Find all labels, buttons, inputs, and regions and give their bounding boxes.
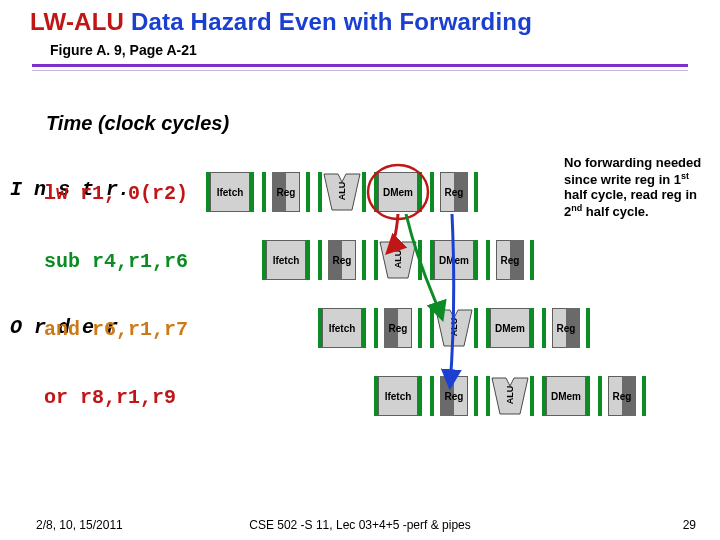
divider xyxy=(32,64,688,70)
instruction-text: or r8,r1,r9 xyxy=(44,386,176,409)
stage-reg-read: Reg xyxy=(318,240,366,280)
forwarding-note: No forwarding needed since write reg in … xyxy=(564,156,714,220)
stage-reg-read: Reg xyxy=(430,376,478,416)
stage-reg-read: Reg xyxy=(374,308,422,348)
stage-dmem: DMem xyxy=(486,308,534,348)
stage-reg-write: Reg xyxy=(598,376,646,416)
stage-reg-write: Reg xyxy=(430,172,478,212)
instruction-text: lw r1, 0(r2) xyxy=(44,182,188,205)
stage-ifetch: Ifetch xyxy=(262,240,310,280)
stage-alu: ALU xyxy=(486,376,534,416)
stage-dmem: DMem xyxy=(542,376,590,416)
stage-dmem: DMem xyxy=(374,172,422,212)
slide: LW-ALU Data Hazard Even with Forwarding … xyxy=(0,0,720,540)
time-header: Time (clock cycles) xyxy=(46,112,229,135)
footer-pagenum: 29 xyxy=(683,518,696,532)
title-prefix: LW-ALU xyxy=(30,8,131,35)
stage-ifetch: Ifetch xyxy=(206,172,254,212)
slide-title: LW-ALU Data Hazard Even with Forwarding xyxy=(30,8,532,36)
stage-ifetch: Ifetch xyxy=(374,376,422,416)
stage-alu: ALU xyxy=(318,172,366,212)
stage-alu: ALU xyxy=(430,308,478,348)
footer-course: CSE 502 -S 11, Lec 03+4+5 -perf & pipes xyxy=(0,518,720,532)
stage-reg-read: Reg xyxy=(262,172,310,212)
stage-alu: ALU xyxy=(374,240,422,280)
stage-dmem: DMem xyxy=(430,240,478,280)
slide-subtitle: Figure A. 9, Page A-21 xyxy=(50,42,197,58)
instruction-text: sub r4,r1,r6 xyxy=(44,250,188,273)
stage-reg-write: Reg xyxy=(542,308,590,348)
title-rest: Data Hazard Even with Forwarding xyxy=(131,8,532,35)
instruction-text: and r6,r1,r7 xyxy=(44,318,188,341)
stage-reg-write: Reg xyxy=(486,240,534,280)
stage-ifetch: Ifetch xyxy=(318,308,366,348)
